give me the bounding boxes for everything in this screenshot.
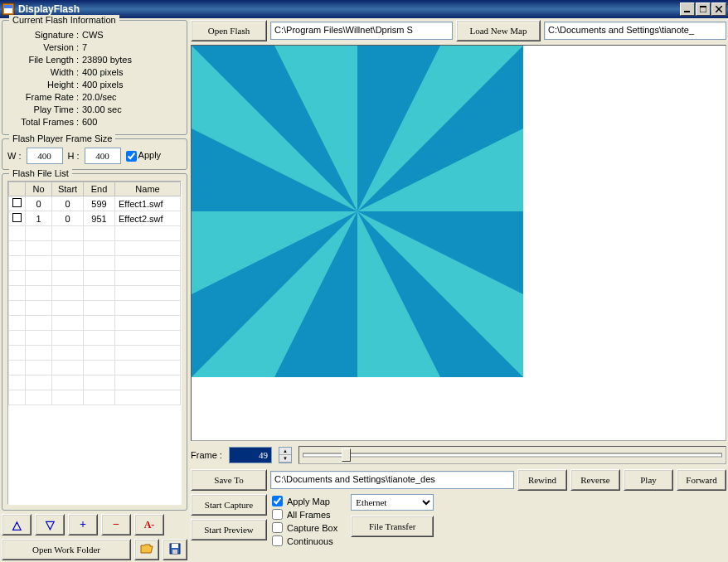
spin-up-icon[interactable]: ▲	[279, 448, 291, 455]
table-row[interactable]	[9, 346, 181, 361]
row-checkbox[interactable]	[12, 213, 22, 222]
spin-down-icon[interactable]: ▼	[279, 455, 291, 463]
frame-spinner[interactable]: ▲▼	[279, 447, 292, 463]
open-work-folder-button[interactable]: Open Work Folder	[2, 539, 131, 560]
table-row[interactable]: 10951Effect2.swf	[9, 211, 181, 226]
svg-rect-5	[700, 6, 706, 7]
file-list-group: Flash File List No Start End Name 00599E…	[2, 173, 187, 511]
apply-checkbox[interactable]	[126, 151, 137, 162]
table-row[interactable]	[9, 331, 181, 346]
floppy-icon	[169, 543, 181, 556]
continuous-checkbox[interactable]: Continuous	[272, 535, 337, 547]
transport-select[interactable]: Ethernet	[351, 494, 434, 511]
info-height: 400 pixels	[82, 80, 124, 90]
info-version: 7	[82, 42, 87, 52]
info-playtime: 30.00 sec	[82, 104, 122, 114]
all-frames-checkbox[interactable]: All Frames	[272, 508, 337, 521]
start-capture-button[interactable]: Start Capture	[191, 494, 267, 516]
reverse-button[interactable]: Reverse	[570, 469, 620, 491]
capture-box-checkbox[interactable]: Capture Box	[272, 521, 337, 534]
table-row[interactable]	[9, 316, 181, 331]
svg-rect-3	[684, 11, 690, 12]
remove-all-button[interactable]: A-	[134, 514, 164, 535]
info-totalframes: 600	[82, 117, 97, 127]
table-row[interactable]	[9, 271, 181, 286]
info-filelength: 23890 bytes	[82, 55, 132, 65]
flash-info-group: Current Flash Information Signature :CWS…	[2, 20, 187, 135]
save-button[interactable]	[163, 539, 187, 560]
table-row[interactable]	[9, 226, 181, 241]
frame-label: Frame :	[191, 450, 222, 460]
table-row[interactable]	[9, 241, 181, 256]
remove-button[interactable]: −	[101, 514, 131, 535]
frame-size-title: Flash Player Frame Size	[9, 133, 115, 143]
add-button[interactable]: +	[68, 514, 98, 535]
flash-path-field[interactable]: C:\Program Files\Willnet\Dprism S	[270, 22, 453, 40]
h-label: H :	[68, 151, 80, 161]
file-transfer-button[interactable]: File Transfer	[351, 516, 434, 537]
maximize-button[interactable]	[696, 2, 711, 16]
map-path-field[interactable]: C:\Documents and Settings\tianote_	[544, 22, 726, 40]
open-folder-button[interactable]	[134, 539, 159, 560]
file-list-title: Flash File List	[9, 168, 72, 178]
load-new-map-button[interactable]: Load New Map	[456, 20, 541, 41]
frame-number-input[interactable]	[229, 447, 272, 463]
apply-map-checkbox[interactable]: Apply Map	[272, 495, 337, 507]
app-icon	[2, 2, 15, 16]
move-up-button[interactable]: △	[2, 514, 32, 535]
open-flash-button[interactable]: Open Flash	[191, 20, 267, 41]
apply-checkbox-label[interactable]: Apply	[126, 150, 162, 162]
window-title: DisplayFlash	[18, 3, 680, 15]
close-button[interactable]	[711, 2, 726, 16]
table-row[interactable]	[9, 375, 181, 390]
save-to-button[interactable]: Save To	[191, 469, 267, 491]
svg-rect-10	[172, 550, 177, 554]
table-row[interactable]	[9, 256, 181, 271]
move-down-button[interactable]: ▽	[35, 514, 65, 535]
flash-canvas	[191, 45, 726, 441]
flash-info-title: Current Flash Information	[9, 15, 119, 25]
info-framerate: 20.0/sec	[82, 92, 117, 102]
table-row[interactable]	[9, 301, 181, 316]
play-button[interactable]: Play	[624, 469, 673, 491]
table-row[interactable]: 00599Effect1.swf	[9, 196, 181, 211]
save-path-field[interactable]: C:\Documents and Settings\tianote_des	[270, 471, 514, 489]
rewind-button[interactable]: Rewind	[517, 469, 567, 491]
folder-open-icon	[140, 543, 153, 556]
start-preview-button[interactable]: Start Preview	[191, 519, 267, 540]
row-checkbox[interactable]	[12, 198, 22, 207]
w-label: W :	[7, 151, 22, 161]
table-row[interactable]	[9, 361, 181, 375]
height-input[interactable]	[85, 148, 121, 164]
file-list-table[interactable]: No Start End Name 00599Effect1.swf10951E…	[7, 181, 182, 505]
info-width: 400 pixels	[82, 67, 124, 77]
svg-rect-2	[4, 5, 12, 8]
table-row[interactable]	[9, 286, 181, 301]
svg-rect-9	[172, 544, 178, 548]
flash-preview-image	[192, 46, 523, 377]
slider-thumb[interactable]	[342, 448, 351, 462]
width-input[interactable]	[27, 148, 63, 164]
minimize-button[interactable]	[680, 2, 695, 16]
frame-slider[interactable]	[298, 446, 726, 464]
table-row[interactable]	[9, 390, 181, 405]
info-signature: CWS	[82, 30, 104, 40]
forward-button[interactable]: Forward	[677, 469, 726, 491]
frame-size-group: Flash Player Frame Size W : H : Apply	[2, 138, 187, 170]
